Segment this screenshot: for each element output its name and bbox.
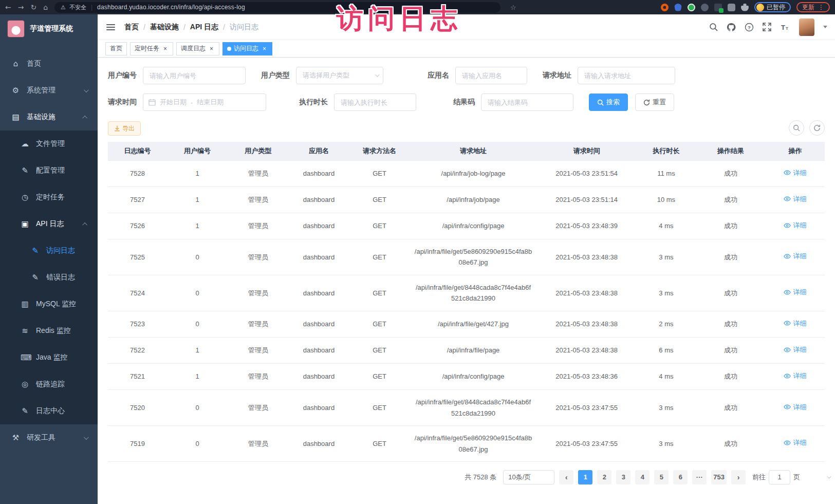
grid-extension-icon[interactable] (701, 4, 709, 11)
tab[interactable]: 调度日志 × (176, 42, 219, 55)
github-icon[interactable] (727, 23, 736, 32)
duration-input[interactable] (334, 94, 416, 111)
reset-button[interactable]: 重置 (635, 94, 674, 111)
sidebar-logo[interactable]: 芋道管理系统 (0, 14, 98, 43)
green-extension-icon[interactable] (688, 4, 695, 11)
eye-icon (784, 253, 791, 260)
sidebar-item[interactable]: ✎ 访问日志 (0, 237, 98, 264)
breadcrumb-item[interactable]: 首页 (124, 23, 139, 32)
refresh-table-button[interactable] (809, 120, 825, 136)
profile-status: 已暂停 (767, 3, 785, 12)
sidebar-item[interactable]: ✎ 错误日志 (0, 264, 98, 291)
sidebar-item[interactable]: ≋ Redis 监控 (0, 318, 98, 344)
page-number-button[interactable]: 5 (654, 470, 669, 484)
kebab-menu-icon[interactable]: ⋮ (818, 4, 824, 11)
sidebar-item[interactable]: ▥ MySQL 监控 (0, 291, 98, 318)
user-type-select[interactable]: 请选择用户类型 (296, 67, 383, 84)
help-icon[interactable]: ? (745, 23, 754, 32)
page-number-button[interactable]: 753 (711, 470, 727, 484)
detail-link[interactable]: 详细 (784, 318, 806, 329)
sidebar-item[interactable]: ☁ 文件管理 (0, 130, 98, 157)
hamburger-icon[interactable] (105, 22, 116, 32)
page-number-button[interactable]: 6 (673, 470, 688, 484)
detail-link[interactable]: 详细 (784, 167, 806, 178)
bookmark-star-icon[interactable]: ☆ (510, 4, 516, 11)
menu-label: 定时任务 (36, 193, 65, 202)
browser-home-icon[interactable]: ⌂ (43, 4, 48, 11)
method-cell: GET (349, 239, 410, 275)
fullscreen-icon[interactable] (763, 23, 771, 31)
next-page-button[interactable]: › (731, 470, 746, 484)
avatar-caret-icon[interactable] (823, 26, 827, 28)
detail-link[interactable]: 详细 (784, 251, 806, 262)
search-button[interactable]: 搜索 (589, 94, 628, 111)
detail-link[interactable]: 详细 (784, 220, 806, 231)
request-time-label: 请求时间 (108, 98, 137, 107)
breadcrumb-item[interactable]: 访问日志 (230, 23, 258, 32)
shield-extension-icon[interactable] (674, 4, 682, 11)
page-number-button[interactable]: 2 (597, 470, 611, 484)
tab[interactable]: 首页 (105, 42, 127, 55)
prev-page-button[interactable]: ‹ (559, 470, 573, 484)
page-size-select[interactable]: 10条/页 (503, 470, 554, 484)
sidebar-item[interactable]: ⌂ 首页 (0, 50, 98, 77)
active-dot (227, 47, 231, 51)
page-number-button[interactable]: 3 (616, 470, 630, 484)
tab[interactable]: 定时任务 × (130, 42, 173, 55)
detail-link[interactable]: 详细 (784, 437, 806, 448)
page-number-button[interactable]: 4 (635, 470, 650, 484)
browser-forward-icon[interactable]: → (18, 4, 24, 11)
show-search-button[interactable] (789, 120, 804, 136)
sidebar-item[interactable]: ⌨ Java 监控 (0, 344, 98, 371)
close-icon[interactable]: × (261, 45, 268, 52)
tab-label: 定时任务 (135, 44, 159, 53)
export-button[interactable]: 导出 (108, 121, 141, 136)
sidebar-item[interactable]: ✎ 日志中心 (0, 398, 98, 424)
goto-page-input[interactable] (769, 470, 790, 484)
user-avatar[interactable] (799, 18, 814, 36)
grey-extension-icon[interactable] (728, 4, 735, 11)
font-size-icon[interactable]: TT (780, 23, 790, 31)
orange-extension-icon[interactable] (661, 4, 669, 11)
duration-cell: 10 ms (637, 186, 696, 213)
app-name-input[interactable] (455, 67, 527, 84)
sidebar-item[interactable]: ⚙ 系统管理 (0, 77, 98, 104)
tab[interactable]: 访问日志 × (222, 42, 272, 55)
browser-update-button[interactable]: 更新 ⋮ (796, 2, 830, 12)
user-id-cell: 1 (167, 337, 228, 363)
breadcrumb-item[interactable]: 基础设施 (150, 23, 179, 32)
eye-icon (784, 222, 791, 229)
table-header-cell: 操作结果 (696, 142, 766, 160)
close-icon[interactable]: × (162, 45, 169, 52)
sidebar-item[interactable]: ▤ 基础设施 (0, 104, 98, 130)
browser-profile-badge[interactable]: 已暂停 (754, 2, 791, 12)
browser-reload-icon[interactable]: ↻ (30, 4, 36, 11)
request-url-input[interactable] (578, 67, 675, 84)
detail-link[interactable]: 详细 (784, 194, 806, 204)
eye-icon (784, 195, 791, 202)
sidebar-item[interactable]: ◷ 定时任务 (0, 184, 98, 211)
menu-icon: ⌨ (21, 353, 29, 362)
page-number-button[interactable]: 1 (578, 470, 592, 484)
detail-link[interactable]: 详细 (784, 402, 806, 413)
page-number-button[interactable]: ··· (692, 470, 707, 484)
translate-extension-icon[interactable] (714, 4, 722, 11)
search-icon[interactable] (709, 23, 718, 31)
detail-link[interactable]: 详细 (784, 344, 806, 355)
breadcrumb-item[interactable]: API 日志 (190, 23, 218, 32)
search-icon (597, 99, 604, 106)
sidebar-item[interactable]: ▣ API 日志 (0, 211, 98, 237)
result-code-input[interactable] (481, 94, 573, 111)
close-icon[interactable]: × (208, 45, 215, 52)
date-range-picker[interactable]: 开始日期 - 结束日期 (143, 94, 266, 111)
user-id-input[interactable] (143, 67, 246, 84)
sidebar-item[interactable]: ◎ 链路追踪 (0, 371, 98, 398)
detail-link[interactable]: 详细 (784, 287, 806, 297)
browser-back-icon[interactable]: ← (5, 4, 11, 11)
extensions-puzzle-icon[interactable] (741, 4, 749, 11)
duration-cell: 4 ms (637, 213, 696, 239)
address-bar[interactable]: ⚠ 不安全 | dashboard.yudao.iocoder.cn/infra… (54, 2, 500, 13)
sidebar-item[interactable]: ✎ 配置管理 (0, 157, 98, 184)
detail-link[interactable]: 详细 (784, 370, 806, 381)
sidebar-item[interactable]: ⚒ 研发工具 (0, 424, 98, 451)
